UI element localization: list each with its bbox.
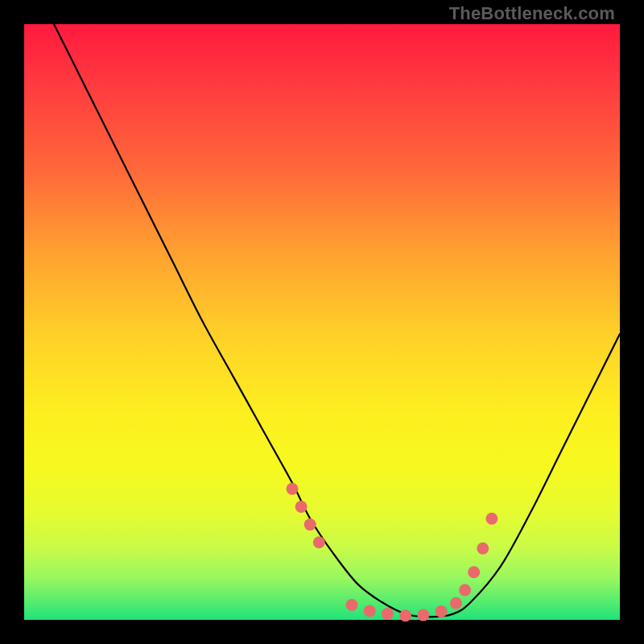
highlight-dot <box>468 566 480 578</box>
highlight-dot <box>485 513 497 525</box>
highlight-dot <box>417 609 429 621</box>
watermark-text: TheBottleneck.com <box>449 3 615 24</box>
highlight-dot <box>364 605 376 617</box>
highlight-dot <box>436 605 448 617</box>
highlight-dot <box>304 518 316 530</box>
highlight-dots <box>287 483 498 622</box>
bottleneck-curve <box>54 24 620 617</box>
highlight-dot <box>477 543 489 555</box>
highlight-dot <box>313 536 325 548</box>
highlight-dot <box>399 609 411 621</box>
highlight-dot <box>459 584 471 597</box>
highlight-dot <box>295 501 308 513</box>
chart-stage: TheBottleneck.com <box>0 0 644 644</box>
highlight-dot <box>287 483 299 495</box>
highlight-dot <box>382 608 394 620</box>
highlight-dot <box>450 597 462 609</box>
curve-layer <box>24 24 620 620</box>
highlight-dot <box>346 599 358 611</box>
